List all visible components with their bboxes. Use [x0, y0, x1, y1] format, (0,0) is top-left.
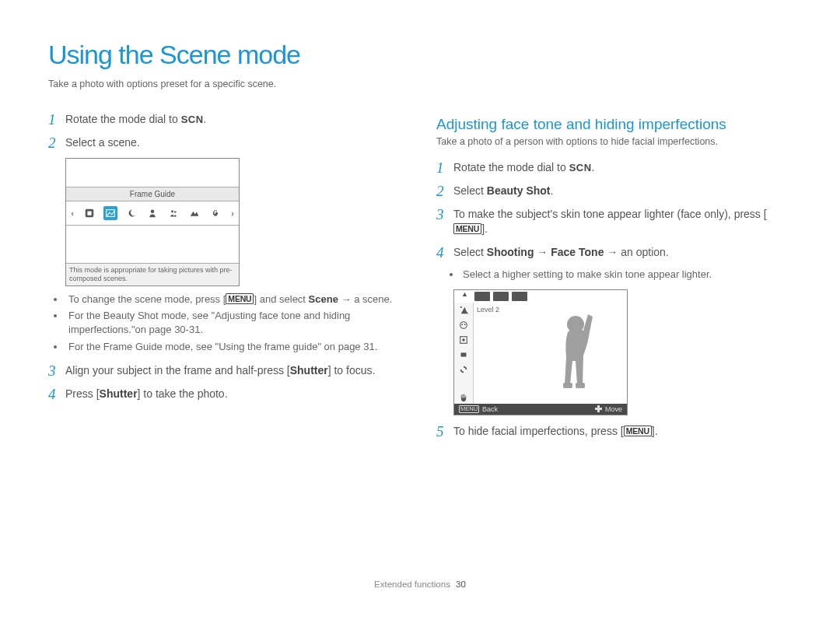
- manual-page: Using the Scene mode Take a photo with o…: [0, 0, 840, 607]
- sub-note-list: Select a higher setting to make skin ton…: [453, 268, 792, 282]
- menu-label-icon: MENU: [226, 293, 254, 304]
- portrait-icon: [145, 206, 159, 220]
- left-column: 1 Rotate the mode dial to SCN. 2 Select …: [48, 111, 404, 447]
- menu-mini-icon: MENU: [459, 405, 479, 413]
- metering-icon: [458, 350, 469, 359]
- svg-point-9: [462, 338, 464, 341]
- facetone-icon: [458, 306, 469, 315]
- note-item: For the Beauty Shot mode, see "Adjusting…: [65, 309, 404, 336]
- stabilize-icon: [458, 365, 469, 374]
- retouch-icon: [458, 321, 469, 330]
- focus-icon: [458, 335, 469, 345]
- step-text: Select Beauty Shot.: [453, 183, 792, 198]
- move-label: Move: [605, 405, 622, 414]
- arrow-left-icon: ‹: [69, 208, 75, 219]
- night-icon: [124, 206, 138, 220]
- closeup-icon: [208, 206, 222, 220]
- dpad-icon: [595, 405, 602, 412]
- svg-point-1: [151, 210, 155, 214]
- step-4: 4 Select Shooting → Face Tone → an optio…: [436, 244, 792, 260]
- svg-point-5: [460, 321, 467, 328]
- page-title: Using the Scene mode: [48, 37, 792, 73]
- step-4: 4 Press [Shutter] to take the photo.: [48, 386, 404, 401]
- sub-note-item: Select a higher setting to make skin ton…: [461, 268, 792, 282]
- step-number: 4: [436, 244, 453, 260]
- step-text: Press [Shutter] to take the photo.: [65, 386, 404, 401]
- lcd-live-view: Level 2: [474, 303, 627, 404]
- svg-rect-12: [563, 383, 572, 388]
- menu-label-icon: MENU: [624, 426, 652, 436]
- page-number: 30: [456, 580, 466, 589]
- lcd-bottom-bar: MENU Back Move: [454, 404, 627, 415]
- lcd-tab-icon: [493, 292, 509, 301]
- svg-rect-10: [461, 352, 467, 356]
- step-text: Select a scene.: [65, 135, 404, 150]
- step-number: 5: [436, 423, 453, 439]
- lcd-tabs: ▲: [454, 290, 627, 303]
- notes-list: To change the scene mode, press [MENU] a…: [48, 292, 404, 353]
- svg-point-4: [460, 306, 461, 308]
- step-text: To make the subject's skin tone appear l…: [453, 206, 792, 236]
- step-number: 3: [436, 206, 453, 222]
- step-number: 1: [48, 111, 65, 127]
- step-2: 2 Select a scene.: [48, 135, 404, 150]
- footer-section: Extended functions: [374, 580, 450, 589]
- scene-icon: [82, 206, 96, 220]
- step-1: 1 Rotate the mode dial to SCN.: [436, 159, 792, 175]
- back-label: Back: [482, 405, 498, 414]
- page-footer: Extended functions 30: [0, 579, 840, 591]
- step-number: 2: [48, 135, 65, 150]
- step-text: Align your subject in the frame and half…: [65, 363, 404, 378]
- step-2: 2 Select Beauty Shot.: [436, 183, 792, 198]
- hand-stop-icon: [458, 393, 469, 402]
- frame-guide-icon: [103, 206, 117, 220]
- children-icon: [166, 206, 180, 220]
- lcd-caption: This mode is appropriate for taking pict…: [66, 264, 239, 285]
- section-subheading: Take a photo of a person with options to…: [436, 135, 792, 149]
- menu-label-icon: MENU: [453, 223, 481, 234]
- page-subtitle: Take a photo with options preset for a s…: [48, 78, 792, 91]
- lcd-tab-icon: [512, 292, 527, 301]
- person-silhouette-icon: [544, 310, 599, 402]
- note-item: To change the scene mode, press [MENU] a…: [65, 292, 404, 306]
- step-text: Rotate the mode dial to SCN.: [453, 159, 792, 175]
- step-5: 5 To hide facial imperfections, press [M…: [436, 423, 792, 439]
- lcd-mode-label: Frame Guide: [66, 187, 239, 202]
- level-label: Level 2: [477, 305, 499, 314]
- step-number: 2: [436, 183, 453, 198]
- scene-icons-row: ‹: [66, 201, 239, 226]
- step-number: 3: [48, 363, 65, 378]
- frame-guide-screenshot: Frame Guide ‹: [65, 158, 240, 286]
- step-text: Rotate the mode dial to SCN.: [65, 111, 404, 127]
- content-columns: 1 Rotate the mode dial to SCN. 2 Select …: [48, 111, 792, 447]
- lcd-sidebar: [454, 303, 474, 404]
- facetone-screenshot: ▲: [453, 289, 628, 415]
- step-3: 3 To make the subject's skin tone appear…: [436, 206, 792, 236]
- step-number: 1: [436, 159, 453, 175]
- note-item: For the Frame Guide mode, see "Using the…: [65, 340, 404, 354]
- svg-point-2: [171, 211, 173, 213]
- svg-point-6: [461, 324, 463, 325]
- right-column: Adjusting face tone and hiding imperfect…: [436, 111, 792, 447]
- scn-label: SCN: [181, 114, 204, 125]
- step-1: 1 Rotate the mode dial to SCN.: [48, 111, 404, 127]
- svg-point-3: [174, 212, 176, 213]
- arrow-right-icon: ›: [229, 208, 236, 219]
- step-text: To hide facial imperfections, press [MEN…: [453, 423, 792, 439]
- step-text: Select Shooting → Face Tone → an option.: [453, 244, 792, 260]
- lcd-tab-icon: [474, 292, 490, 301]
- section-heading: Adjusting face tone and hiding imperfect…: [436, 114, 792, 135]
- landscape-icon: [187, 206, 201, 220]
- svg-point-7: [464, 324, 466, 325]
- scn-label: SCN: [569, 162, 592, 173]
- step-number: 4: [48, 386, 65, 401]
- step-3: 3 Align your subject in the frame and ha…: [48, 363, 404, 378]
- caret-up-icon: ▲: [461, 289, 468, 299]
- svg-rect-13: [576, 383, 585, 388]
